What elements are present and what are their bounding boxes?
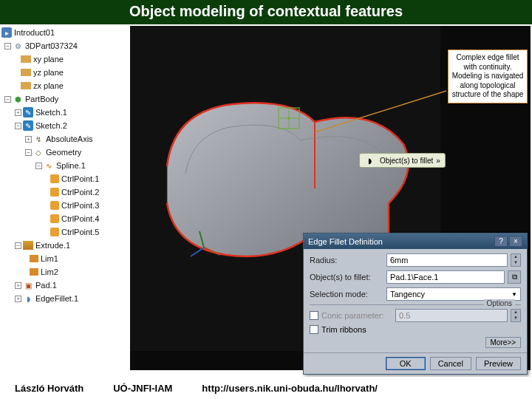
slide-footer: László Horváth UÓ-JNFI-IAM http://users.… [0, 377, 532, 399]
point-icon [50, 201, 59, 210]
point-icon [50, 188, 59, 197]
options-separator: Options [310, 304, 521, 305]
3d-viewport[interactable]: ◗ Object(s) to fillet » Complex edge fil… [130, 26, 531, 370]
tree-sketch[interactable]: +✎Sketch.1 [1, 106, 129, 119]
point-icon [50, 228, 59, 236]
expand-icon[interactable]: + [15, 282, 21, 289]
dialog-footer: OK Cancel Preview [304, 352, 527, 374]
svg-point-3 [287, 117, 290, 120]
sketch-icon: ✎ [23, 107, 33, 117]
trim-checkbox[interactable] [310, 325, 318, 334]
expand-icon[interactable]: + [15, 109, 21, 116]
tree-extrude[interactable]: −Extrude.1 [1, 239, 129, 252]
point-icon [50, 214, 59, 223]
tree-ctrlpoint[interactable]: CtrlPoint.3 [1, 199, 129, 212]
tree-plane[interactable]: xy plane [1, 52, 129, 66]
conic-input [395, 309, 508, 322]
expand-icon[interactable]: + [25, 136, 32, 143]
axis-icon: ↯ [33, 134, 44, 144]
chevron-down-icon: ▼ [511, 291, 517, 298]
close-button[interactable]: × [509, 236, 522, 247]
objects-label: Object(s) to fillet: [310, 273, 383, 282]
tree-geometry[interactable]: −◇Geometry [1, 146, 129, 159]
tree-pad[interactable]: +▣Pad.1 [1, 279, 129, 292]
expand-icon[interactable]: + [15, 296, 21, 302]
radius-label: Radius: [310, 256, 383, 265]
fillet-selection-tooltip: ◗ Object(s) to fillet » [359, 153, 446, 168]
tree-root[interactable]: ▸Introduct01 [1, 26, 129, 39]
body-icon: ⬢ [13, 94, 23, 104]
gear-icon: ⚙ [13, 41, 23, 51]
part-icon: ▸ [1, 27, 12, 38]
dialog-body: Radius: ▲▼ Object(s) to fillet: ⧉ Select… [304, 249, 527, 352]
fillet-icon: ◗ [364, 155, 375, 166]
svg-line-6 [191, 248, 204, 256]
conic-spinner: ▲▼ [511, 309, 521, 322]
tree-3dpart[interactable]: −⚙3DPart037324 [1, 39, 129, 52]
collapse-icon[interactable]: − [4, 96, 11, 103]
footer-org: UÓ-JNFI-IAM [113, 383, 172, 394]
tree-sketch[interactable]: −✎Sketch.2 [1, 119, 129, 132]
feature-tree[interactable]: ▸Introduct01 −⚙3DPart037324 xy plane yz … [1, 26, 129, 370]
plane-icon [21, 82, 31, 89]
objects-input[interactable] [386, 270, 505, 284]
chevron-up-icon[interactable]: ▲ [511, 254, 520, 260]
footer-url: http://users.nik.uni-obuda.hu/lhorvath/ [202, 383, 378, 394]
sketch-icon: ✎ [23, 120, 33, 131]
plane-icon [21, 55, 31, 63]
limit-icon [30, 268, 38, 276]
tree-plane[interactable]: zx plane [1, 79, 129, 92]
tree-partbody[interactable]: −⬢PartBody [1, 92, 129, 106]
preview-button[interactable]: Preview [476, 357, 521, 370]
dialog-title: Edge Fillet Definition [308, 237, 383, 246]
limit-icon [30, 255, 38, 262]
geometry-icon: ◇ [33, 147, 44, 157]
plane-icon [21, 69, 31, 76]
radius-spinner[interactable]: ▲▼ [511, 253, 521, 267]
tree-ctrlpoint[interactable]: CtrlPoint.5 [1, 225, 129, 239]
slide-title: Object modeling of contextual features [0, 0, 532, 24]
extrude-icon [23, 241, 33, 250]
annotation-box: Complex edge fillet with continuity. Mod… [448, 50, 528, 103]
radius-input[interactable] [386, 253, 508, 267]
conic-checkbox[interactable] [310, 311, 318, 320]
collapse-icon[interactable]: − [15, 123, 21, 129]
tree-ctrlpoint[interactable]: CtrlPoint.4 [1, 212, 129, 225]
point-icon [50, 174, 59, 183]
pad-icon: ▣ [23, 280, 33, 290]
help-button[interactable]: ? [494, 236, 508, 247]
spline-icon: ∿ [44, 160, 54, 171]
footer-author: László Horváth [15, 383, 83, 394]
tree-limit[interactable]: Lim2 [1, 265, 129, 279]
main-area: ▸Introduct01 −⚙3DPart037324 xy plane yz … [0, 24, 532, 372]
collapse-icon[interactable]: − [15, 242, 21, 249]
selection-mode-label: Selection mode: [310, 290, 383, 299]
dialog-titlebar[interactable]: Edge Fillet Definition ? × [304, 233, 527, 249]
more-button[interactable]: More>> [485, 337, 521, 348]
tree-limit[interactable]: Lim1 [1, 252, 129, 265]
tree-spline[interactable]: −∿Spline.1 [1, 159, 129, 172]
conic-label: Conic parameter: [321, 311, 392, 320]
tree-axis[interactable]: +↯AbsoluteAxis [1, 132, 129, 146]
edge-fillet-dialog[interactable]: Edge Fillet Definition ? × Radius: ▲▼ Ob… [303, 233, 528, 375]
tree-ctrlpoint[interactable]: CtrlPoint.1 [1, 172, 129, 185]
ok-button[interactable]: OK [386, 357, 426, 370]
collapse-icon[interactable]: − [35, 163, 42, 169]
collapse-icon[interactable]: − [25, 149, 32, 156]
chevron-right-icon: » [436, 157, 440, 165]
objects-picker[interactable]: ⧉ [508, 270, 521, 284]
tree-fillet[interactable]: +◗EdgeFillet.1 [1, 292, 129, 305]
tree-ctrlpoint[interactable]: CtrlPoint.2 [1, 185, 129, 199]
tooltip-label: Object(s) to fillet [380, 157, 433, 165]
cancel-button[interactable]: Cancel [430, 357, 471, 370]
collapse-icon[interactable]: − [4, 43, 11, 50]
tree-plane[interactable]: yz plane [1, 66, 129, 79]
trim-label: Trim ribbons [321, 325, 366, 334]
chevron-down-icon[interactable]: ▼ [511, 260, 520, 266]
fillet-icon: ◗ [23, 293, 33, 304]
